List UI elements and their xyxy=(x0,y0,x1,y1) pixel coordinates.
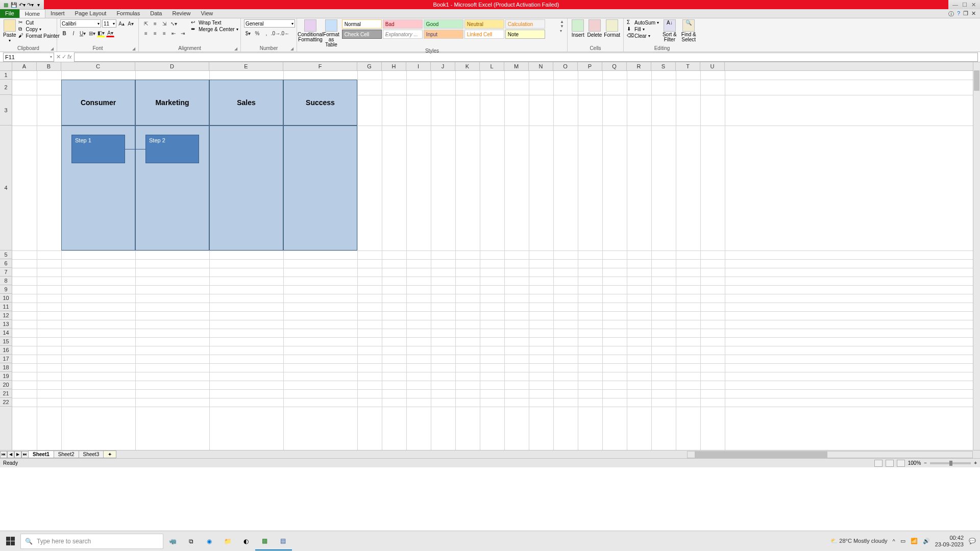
comma-format-icon[interactable]: , xyxy=(262,29,271,37)
step-box-1[interactable]: Step 1 xyxy=(71,135,125,163)
row-header-18[interactable]: 18 xyxy=(0,363,12,372)
underline-button[interactable]: U▾ xyxy=(79,29,87,37)
col-header-J[interactable]: J xyxy=(431,62,455,70)
zoom-knob[interactable] xyxy=(949,461,952,466)
row-header-5[interactable]: 5 xyxy=(0,251,12,259)
weather-widget[interactable]: ⛅ 28°C Mostly cloudy xyxy=(830,538,887,544)
cell-style-check-cell[interactable]: Check Cell xyxy=(342,30,382,39)
fill-color-button[interactable]: ◧▾ xyxy=(97,29,105,37)
cell-style-normal[interactable]: Normal xyxy=(342,19,382,29)
cell-style-linked-cell[interactable]: Linked Cell xyxy=(464,30,504,39)
redo-icon[interactable]: ↷▾ xyxy=(27,1,34,8)
decrease-decimal-icon[interactable]: .0← xyxy=(281,29,289,37)
restore-window-icon[interactable]: ❐ xyxy=(963,10,968,18)
col-header-N[interactable]: N xyxy=(529,62,553,70)
row-header-1[interactable]: 1 xyxy=(0,71,12,80)
gallery-more-icon[interactable]: ▾ xyxy=(560,29,564,33)
cell-styles-gallery[interactable]: NormalBadGoodNeutralCalculationCheck Cel… xyxy=(342,19,558,39)
chrome-icon[interactable]: ◐ xyxy=(237,532,255,550)
col-header-O[interactable]: O xyxy=(553,62,578,70)
col-header-C[interactable]: C xyxy=(61,62,135,70)
page-layout-view-icon[interactable] xyxy=(886,460,894,467)
row-header-13[interactable]: 13 xyxy=(0,320,12,329)
col-header-A[interactable]: A xyxy=(12,62,37,70)
tab-insert[interactable]: Insert xyxy=(45,9,70,18)
font-launcher-icon[interactable]: ◢ xyxy=(132,46,135,51)
align-center-icon[interactable]: ≡ xyxy=(151,29,159,37)
help-icon[interactable]: ? xyxy=(957,10,960,18)
normal-view-icon[interactable] xyxy=(874,460,883,467)
minimize-ribbon-icon[interactable]: ⓘ xyxy=(948,10,954,18)
gallery-down-icon[interactable]: ▼ xyxy=(560,24,564,29)
align-top-icon[interactable]: ⇱ xyxy=(142,19,150,28)
row-header-20[interactable]: 20 xyxy=(0,381,12,389)
clear-button[interactable]: ⌫Clear▾ xyxy=(627,33,659,39)
bold-button[interactable]: B xyxy=(60,29,68,37)
excel-taskbar-icon[interactable]: ▩ xyxy=(255,532,274,550)
fill-button[interactable]: ⬇Fill▾ xyxy=(627,26,659,32)
page-break-view-icon[interactable] xyxy=(897,460,905,467)
cell-style-note[interactable]: Note xyxy=(505,30,545,39)
gallery-up-icon[interactable]: ▲ xyxy=(560,19,564,24)
select-all-corner[interactable] xyxy=(0,62,12,70)
row-header-21[interactable]: 21 xyxy=(0,389,12,398)
cell-style-calculation[interactable]: Calculation xyxy=(505,19,545,29)
col-header-P[interactable]: P xyxy=(578,62,602,70)
row-header-8[interactable]: 8 xyxy=(0,277,12,285)
row-header-9[interactable]: 9 xyxy=(0,285,12,294)
row-header-6[interactable]: 6 xyxy=(0,259,12,268)
edge-icon[interactable]: ◉ xyxy=(200,532,218,550)
last-sheet-icon[interactable]: ⏭ xyxy=(21,451,29,458)
col-header-B[interactable]: B xyxy=(37,62,61,70)
format-painter-button[interactable]: 🖌Format Painter xyxy=(18,33,60,39)
close-button[interactable]: ✕ xyxy=(971,2,976,8)
cell-style-neutral[interactable]: Neutral xyxy=(464,19,504,29)
col-header-E[interactable]: E xyxy=(209,62,283,70)
tab-file[interactable]: File xyxy=(0,9,19,18)
conditional-formatting-button[interactable]: Conditional Formatting xyxy=(300,19,321,42)
row-header-2[interactable]: 2 xyxy=(0,80,12,95)
horizontal-scrollbar[interactable] xyxy=(687,451,973,458)
qat-customize-icon[interactable]: ▾ xyxy=(35,1,42,8)
font-name-combo[interactable]: Calibri▾ xyxy=(60,19,101,28)
row-header-19[interactable]: 19 xyxy=(0,372,12,381)
align-bottom-icon[interactable]: ⇲ xyxy=(160,19,168,28)
row-header-7[interactable]: 7 xyxy=(0,268,12,277)
col-header-F[interactable]: F xyxy=(283,62,357,70)
zoom-out-icon[interactable]: − xyxy=(924,460,927,466)
task-view-icon[interactable]: ⧉ xyxy=(182,532,200,550)
word-taskbar-icon[interactable]: ▤ xyxy=(274,532,292,550)
prev-sheet-icon[interactable]: ◀ xyxy=(7,451,14,458)
col-header-D[interactable]: D xyxy=(135,62,209,70)
cell-style-explanatory-[interactable]: Explanatory ... xyxy=(383,30,423,39)
maximize-button[interactable]: ☐ xyxy=(962,2,967,8)
tab-page-layout[interactable]: Page Layout xyxy=(70,9,112,18)
new-sheet-button[interactable]: ✦ xyxy=(103,450,116,458)
vertical-scrollbar[interactable] xyxy=(973,62,980,450)
format-cells-button[interactable]: Format xyxy=(604,19,620,38)
next-sheet-icon[interactable]: ▶ xyxy=(14,451,21,458)
col-header-L[interactable]: L xyxy=(480,62,504,70)
row-header-3[interactable]: 3 xyxy=(0,95,12,126)
step-box-2[interactable]: Step 2 xyxy=(145,135,199,163)
worksheet-grid[interactable]: ABCDEFGHIJKLMNOPQRSTU 123456789101112131… xyxy=(0,62,980,450)
increase-decimal-icon[interactable]: .0→ xyxy=(272,29,280,37)
col-header-T[interactable]: T xyxy=(676,62,700,70)
row-header-10[interactable]: 10 xyxy=(0,294,12,303)
col-header-K[interactable]: K xyxy=(455,62,480,70)
taskbar-clock[interactable]: 00:42 23-09-2023 xyxy=(935,535,964,547)
name-box[interactable]: F11▾ xyxy=(3,53,54,62)
cell-style-bad[interactable]: Bad xyxy=(383,19,423,29)
tab-home[interactable]: Home xyxy=(19,9,45,18)
tab-data[interactable]: Data xyxy=(145,9,167,18)
tray-volume-icon[interactable]: 🔊 xyxy=(923,538,930,544)
sort-filter-button[interactable]: A↓Sort & Filter xyxy=(661,19,678,42)
taskbar-rhino-icon[interactable]: 🦏 xyxy=(163,532,182,550)
cut-button[interactable]: ✂Cut xyxy=(18,19,60,26)
first-sheet-icon[interactable]: ⏮ xyxy=(0,451,7,458)
col-header-U[interactable]: U xyxy=(700,62,725,70)
row-header-22[interactable]: 22 xyxy=(0,398,12,407)
col-header-I[interactable]: I xyxy=(406,62,431,70)
fx-icon[interactable]: fx xyxy=(67,54,72,60)
font-color-button[interactable]: A▾ xyxy=(106,29,114,37)
